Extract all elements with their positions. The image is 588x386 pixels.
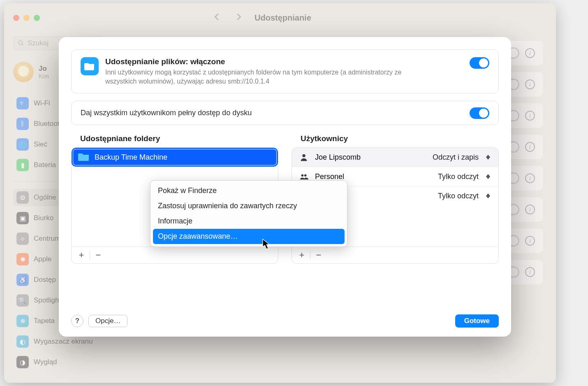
svg-point-2	[302, 154, 305, 157]
cursor-icon	[262, 239, 271, 251]
status-card: Udostępnianie plików: włączone Inni użyt…	[71, 49, 499, 93]
help-button[interactable]: ?	[71, 315, 83, 327]
options-button[interactable]: Opcje…	[88, 315, 127, 327]
remove-folder-button[interactable]: −	[93, 249, 104, 261]
folder-name: Backup Time Machine	[95, 153, 167, 162]
ctx-advanced-options[interactable]: Opcje zaawansowane…	[153, 229, 345, 244]
done-button[interactable]: Gotowe	[455, 314, 499, 328]
user-row[interactable]: Joe Lipscomb Odczyt i zapis	[292, 148, 498, 167]
user-permission: Tylko odczyt	[438, 172, 479, 181]
status-subtitle: Inni użytkownicy mogą korzystać z udostę…	[105, 68, 410, 86]
sheet-footer: ? Opcje… Gotowe	[71, 314, 499, 328]
divider	[90, 251, 90, 259]
folders-title: Udostępniane foldery	[71, 134, 278, 147]
user-name: Joe Lipscomb	[315, 153, 427, 162]
svg-point-4	[304, 174, 307, 177]
ctx-show-in-finder[interactable]: Pokaż w Finderze	[153, 183, 345, 198]
user-permission: Odczyt i zapis	[433, 153, 479, 162]
folders-footer: + −	[72, 246, 278, 263]
status-title: Udostępnianie plików: włączone	[105, 57, 463, 66]
divider	[310, 251, 310, 259]
folder-row[interactable]: Backup Time Machine	[73, 149, 276, 165]
ctx-apply-permissions[interactable]: Zastosuj uprawnienia do zawartych rzeczy	[153, 198, 345, 214]
user-name: Personel	[315, 172, 432, 181]
add-folder-button[interactable]: +	[76, 249, 87, 261]
settings-window: Udostępnianie Szukaj Jo Kon ᯤWi-Fi ᛒBlue…	[4, 3, 556, 383]
full-access-card: Daj wszystkim użytkownikom pełny dostęp …	[71, 101, 499, 125]
folder-icon	[78, 153, 90, 162]
add-user-button[interactable]: +	[296, 249, 308, 261]
permission-stepper[interactable]	[484, 155, 492, 160]
person-icon	[299, 152, 309, 163]
remove-user-button[interactable]: −	[313, 249, 324, 261]
full-access-label: Daj wszystkim użytkownikom pełny dostęp …	[72, 101, 261, 125]
permission-stepper[interactable]	[484, 174, 492, 179]
file-sharing-toggle[interactable]	[470, 57, 489, 69]
full-access-toggle[interactable]	[470, 107, 489, 119]
users-title: Użytkownicy	[292, 134, 499, 147]
ctx-info[interactable]: Informacje	[153, 214, 345, 229]
users-footer: + −	[292, 246, 498, 263]
svg-point-3	[301, 174, 304, 177]
context-menu: Pokaż w Finderze Zastosuj uprawnienia do…	[150, 180, 347, 247]
file-sharing-icon	[81, 57, 99, 75]
user-permission: Tylko odczyt	[438, 192, 479, 200]
permission-stepper[interactable]	[484, 193, 492, 198]
